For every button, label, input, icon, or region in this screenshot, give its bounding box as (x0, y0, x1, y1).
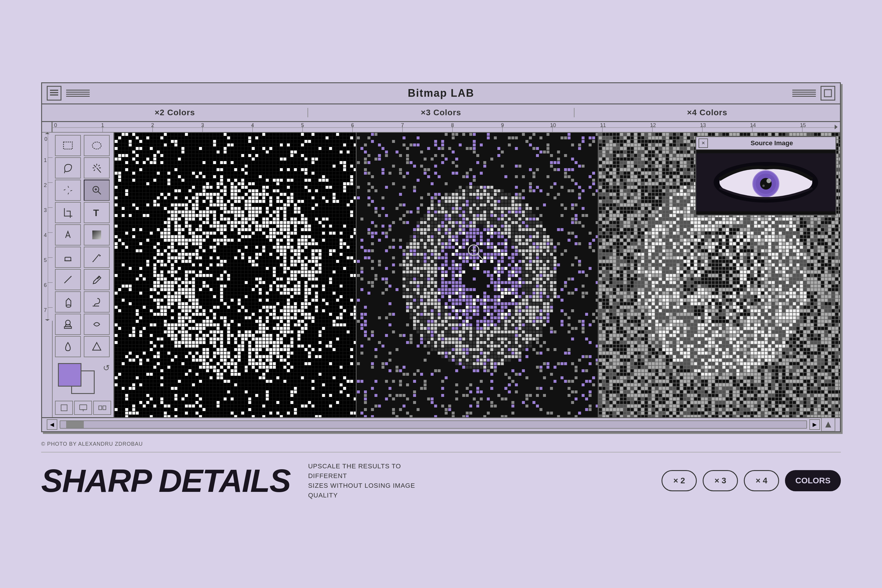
divider-line (41, 452, 841, 453)
svg-text:11: 11 (600, 122, 606, 128)
svg-text:13: 13 (700, 122, 706, 128)
svg-line-63 (99, 165, 100, 166)
mode-standard[interactable] (55, 401, 73, 415)
panels-container: × Source Image (114, 133, 840, 417)
scale-2x-btn[interactable]: × 2 (662, 470, 697, 491)
svg-line-72 (98, 191, 101, 194)
foreground-color[interactable] (58, 363, 81, 387)
eraser-tool[interactable] (55, 247, 81, 268)
svg-rect-94 (99, 406, 101, 410)
tool-grid: T (55, 135, 111, 357)
svg-text:2: 2 (44, 182, 47, 188)
svg-marker-80 (99, 254, 101, 256)
tab-2x[interactable]: ×2 Colors (42, 108, 308, 117)
svg-line-60 (97, 168, 101, 172)
svg-text:14: 14 (750, 122, 756, 128)
svg-marker-67 (68, 186, 69, 190)
tab-3x[interactable]: ×3 Colors (308, 108, 574, 117)
scroll-right-btn[interactable]: ▶ (809, 419, 820, 430)
description-text: UPSCALE THE RESULTS TO DIFFERENT SIZES W… (308, 461, 420, 500)
svg-rect-88 (64, 327, 72, 328)
svg-text:3: 3 (44, 207, 47, 213)
svg-text:1: 1 (44, 157, 47, 163)
pencil-tool[interactable] (84, 247, 110, 268)
svg-rect-1 (50, 92, 58, 93)
popup-title: Source Image (710, 140, 833, 147)
panel-2x (114, 133, 357, 417)
svg-text:10: 10 (550, 122, 556, 128)
svg-line-79 (94, 254, 99, 261)
svg-text:0: 0 (54, 122, 57, 128)
tab-4x[interactable]: ×4 Colors (574, 108, 840, 117)
scroll-corner (821, 417, 835, 432)
panel-4x: × Source Image (598, 133, 840, 417)
panel-3x (357, 133, 599, 417)
move-tool[interactable] (55, 180, 81, 201)
svg-line-59 (64, 171, 65, 173)
svg-text:0: 0 (44, 136, 47, 142)
app-window: Bitmap LAB ×2 Colors ×3 Colors ×4 Colors (41, 82, 841, 432)
ruler-corner (42, 122, 52, 132)
svg-rect-3 (824, 90, 831, 97)
zoom-tool[interactable] (84, 180, 110, 201)
eyedropper-tool[interactable] (84, 269, 110, 290)
marquee-ellipse-tool[interactable] (84, 135, 110, 156)
scale-4x-btn[interactable]: × 4 (744, 470, 779, 491)
svg-line-82 (64, 276, 72, 283)
svg-line-81 (93, 261, 94, 262)
svg-rect-77 (65, 257, 71, 261)
svg-rect-90 (61, 405, 67, 411)
water-drop-tool[interactable] (55, 336, 81, 357)
polygon-tool[interactable] (84, 336, 110, 357)
magic-wand-tool[interactable] (84, 157, 110, 178)
svg-text:4: 4 (251, 122, 254, 128)
svg-point-84 (66, 305, 71, 307)
svg-rect-0 (50, 90, 58, 91)
window-icon-right[interactable] (820, 86, 835, 100)
dodge-tool[interactable] (84, 291, 110, 312)
source-image-popup: × Source Image (695, 136, 836, 216)
svg-rect-76 (92, 231, 101, 239)
window-icon-left[interactable] (47, 86, 62, 100)
ruler-horizontal: // This is inside SVG - use JS to genera… (42, 122, 840, 133)
popup-image-area (696, 150, 836, 214)
svg-text:6: 6 (44, 282, 47, 288)
marquee-rect-tool[interactable] (55, 135, 81, 156)
svg-text:8: 8 (451, 122, 454, 128)
svg-rect-91 (80, 405, 86, 410)
line-tool[interactable] (55, 269, 81, 290)
scrollbar-horizontal[interactable] (60, 420, 807, 429)
mode-monitor[interactable] (74, 401, 92, 415)
svg-text:7: 7 (401, 122, 404, 128)
main-content: 0 1 2 3 4 5 6 7 (42, 133, 840, 417)
colors-btn[interactable]: COLORS (785, 470, 841, 491)
type-tool[interactable]: T (84, 202, 110, 223)
title-bar-lines-right (792, 90, 816, 97)
scroll-left-btn[interactable]: ◀ (47, 419, 57, 430)
svg-rect-4 (52, 122, 840, 132)
bottom-row: SHARP DETAILS UPSCALE THE RESULTS TO DIF… (41, 461, 841, 500)
svg-marker-68 (68, 191, 69, 195)
color-reset-btn[interactable]: ↺ (103, 363, 110, 373)
scrollbar-thumb[interactable] (66, 421, 84, 428)
title-bar: Bitmap LAB (42, 83, 840, 104)
popup-close-button[interactable]: × (699, 138, 708, 148)
tab-bar: ×2 Colors ×3 Colors ×4 Colors (42, 104, 840, 122)
bottom-scrollbar: ◀ ▶ (42, 417, 840, 431)
mode-dual[interactable] (93, 401, 111, 415)
gradient-tool[interactable] (84, 224, 110, 246)
title-bar-lines-left (66, 90, 90, 97)
stamp-tool[interactable] (55, 314, 81, 335)
tool-mode-bar (55, 401, 111, 415)
crop-tool[interactable] (55, 202, 81, 223)
smudge-tool[interactable] (84, 314, 110, 335)
paint-tool[interactable] (55, 224, 81, 246)
lasso-tool[interactable] (55, 157, 81, 178)
burn-tool[interactable] (55, 291, 81, 312)
svg-point-58 (92, 142, 101, 149)
svg-text:3: 3 (201, 122, 204, 128)
scale-3x-btn[interactable]: × 3 (703, 470, 738, 491)
svg-rect-2 (50, 94, 58, 96)
ruler-vertical: 0 1 2 3 4 5 6 7 (42, 133, 52, 417)
svg-text:4: 4 (44, 232, 47, 238)
